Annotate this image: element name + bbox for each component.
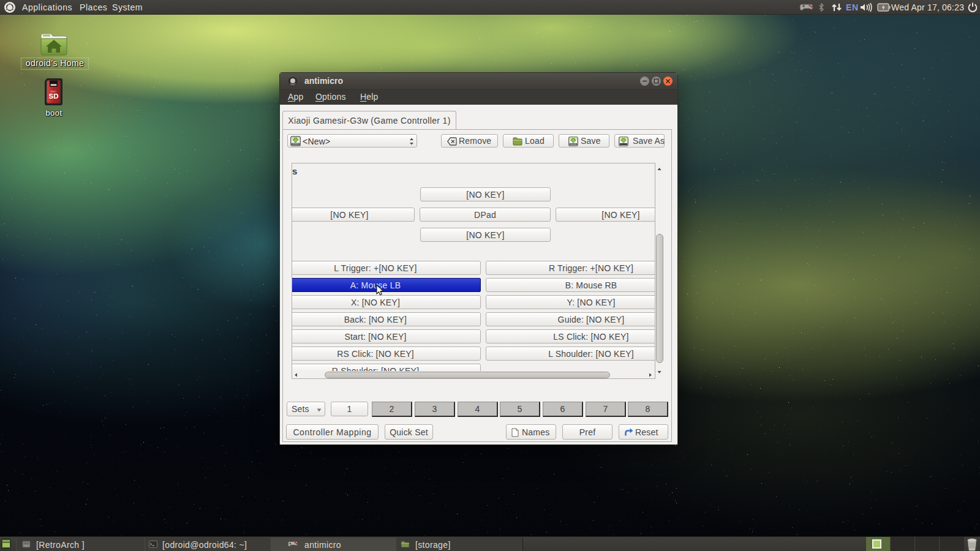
svg-text:SD: SD (49, 92, 59, 100)
